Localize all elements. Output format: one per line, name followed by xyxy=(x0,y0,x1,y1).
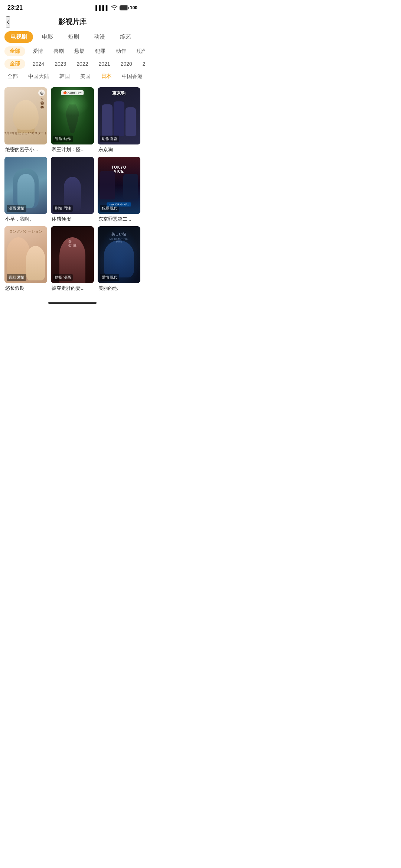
card-6[interactable]: TOKYOVICE 犯罪 现代 max ORIGINAL 东京罪恶第二... xyxy=(98,157,140,222)
status-time: 23:21 xyxy=(7,4,23,11)
card-9-title: 美丽的他 xyxy=(98,285,140,292)
filter-region-usa[interactable]: 美国 xyxy=(77,72,94,81)
svg-rect-2 xyxy=(128,7,129,9)
poster-5-tag: 剧情 同性 xyxy=(53,205,73,212)
tab-doc[interactable]: 纪录片 xyxy=(140,31,145,43)
poster-7-tag: 喜剧 爱情 xyxy=(7,274,26,281)
filter-year-2020[interactable]: 2020 xyxy=(118,59,135,68)
card-1[interactable]: マル秘の密子さ 7月13日[土]よる10時スタート ⊕ 绝密的密子小... xyxy=(4,87,47,153)
tab-short[interactable]: 短剧 xyxy=(62,31,85,43)
status-icons: ▌▌▌▌ 100 xyxy=(95,5,137,11)
page-title: 影视片库 xyxy=(58,17,87,27)
filter-genre-all[interactable]: 全部 xyxy=(4,46,25,56)
poster-3: 東京狗 动作 喜剧 xyxy=(98,87,140,144)
status-bar: 23:21 ▌▌▌▌ 100 xyxy=(0,0,145,14)
filter-region-japan[interactable]: 日本 xyxy=(98,72,114,81)
tab-tv[interactable]: 电视剧 xyxy=(4,31,33,43)
card-2-title: 帝王计划：怪... xyxy=(51,146,94,153)
filter-region-china[interactable]: 中国大陆 xyxy=(25,72,52,81)
header: ‹ 影视片库 xyxy=(0,14,145,31)
card-7[interactable]: ロングバケーション 喜剧 爱情 悠长假期 xyxy=(4,226,47,292)
filter-year-2023[interactable]: 2023 xyxy=(52,59,69,68)
bottom-indicator xyxy=(0,299,145,310)
card-4[interactable]: 漫画 爱情 小早，我啊。 xyxy=(4,157,47,222)
card-9[interactable]: 美しい彼 MY BEAUTIFUL MAN 爱情 现代 美丽的他 xyxy=(98,226,140,292)
card-5[interactable]: 予報 剧情 同性 体感预报 xyxy=(51,157,94,222)
poster-9: 美しい彼 MY BEAUTIFUL MAN 爱情 现代 xyxy=(98,226,140,283)
filter-year-2021[interactable]: 2021 xyxy=(95,59,113,68)
card-5-title: 体感预报 xyxy=(51,216,94,222)
filter-genre-romance[interactable]: 爱情 xyxy=(30,46,46,56)
tab-variety[interactable]: 综艺 xyxy=(114,31,137,43)
filter-year-2022[interactable]: 2022 xyxy=(74,59,91,68)
card-8-title: 被夺走肝的妻... xyxy=(51,285,94,292)
filter-genre-action[interactable]: 动作 xyxy=(113,46,129,56)
poster-2-tag: 冒险 动作 xyxy=(53,136,73,142)
poster-5: 予報 剧情 同性 xyxy=(51,157,94,214)
poster-3-tag: 动作 喜剧 xyxy=(100,136,120,142)
back-button[interactable]: ‹ xyxy=(6,16,10,27)
poster-4-tag: 漫画 爱情 xyxy=(7,205,26,212)
content-grid: マル秘の密子さ 7月13日[土]よる10時スタート ⊕ 绝密的密子小... 🍎 … xyxy=(0,84,145,299)
svg-rect-1 xyxy=(120,6,127,10)
tab-bar: 电视剧 电影 短剧 动漫 综艺 纪录片 xyxy=(0,31,145,43)
filter-region-korea[interactable]: 韩国 xyxy=(56,72,73,81)
filter-genre-thriller[interactable]: 悬疑 xyxy=(71,46,88,56)
card-1-title: 绝密的密子小... xyxy=(4,146,47,153)
poster-8: 肝臓愛を盗む 婚姻 漫画 xyxy=(51,226,94,283)
filter-year-2019[interactable]: 2019 xyxy=(140,59,145,68)
poster-9-tag: 爱情 现代 xyxy=(100,274,120,281)
tab-movie[interactable]: 电影 xyxy=(36,31,59,43)
poster-6: TOKYOVICE 犯罪 现代 max ORIGINAL xyxy=(98,157,140,214)
poster-8-tag: 婚姻 漫画 xyxy=(53,274,73,281)
filter-year-all[interactable]: 全部 xyxy=(4,59,25,69)
filter-genre-comedy[interactable]: 喜剧 xyxy=(50,46,67,56)
filter-region-hk[interactable]: 中国香港 xyxy=(119,72,145,81)
signal-icon: ▌▌▌▌ xyxy=(95,5,109,11)
card-7-title: 悠长假期 xyxy=(4,285,47,292)
region-filter-row: 全部 中国大陆 韩国 美国 日本 中国香港 泰国 xyxy=(0,72,145,81)
card-4-title: 小早，我啊。 xyxy=(4,216,47,222)
card-3[interactable]: 東京狗 动作 喜剧 东京狗 xyxy=(98,87,140,153)
filter-genre-crime[interactable]: 犯罪 xyxy=(92,46,108,56)
genre-filter-row: 全部 爱情 喜剧 悬疑 犯罪 动作 现代 古代 xyxy=(0,46,145,56)
card-6-title: 东京罪恶第二... xyxy=(98,216,140,222)
poster-2: 🍎 Apple TV+ 冒险 动作 xyxy=(51,87,94,144)
card-3-title: 东京狗 xyxy=(98,146,140,153)
poster-4: 漫画 爱情 xyxy=(4,157,47,214)
battery-icon: 100 xyxy=(120,5,137,10)
filter-region-all[interactable]: 全部 xyxy=(4,72,21,81)
tab-anime[interactable]: 动漫 xyxy=(88,31,111,43)
card-2[interactable]: 🍎 Apple TV+ 冒险 动作 帝王计划：怪... xyxy=(51,87,94,153)
filter-year-2024[interactable]: 2024 xyxy=(30,59,47,68)
wifi-icon xyxy=(111,5,118,11)
year-filter-row: 全部 2024 2023 2022 2021 2020 2019 20... xyxy=(0,59,145,69)
card-8[interactable]: 肝臓愛を盗む 婚姻 漫画 被夺走肝的妻... xyxy=(51,226,94,292)
filter-genre-modern[interactable]: 现代 xyxy=(134,46,145,56)
poster-7: ロングバケーション 喜剧 爱情 xyxy=(4,226,47,283)
poster-1: マル秘の密子さ 7月13日[土]よる10時スタート ⊕ xyxy=(4,87,47,144)
